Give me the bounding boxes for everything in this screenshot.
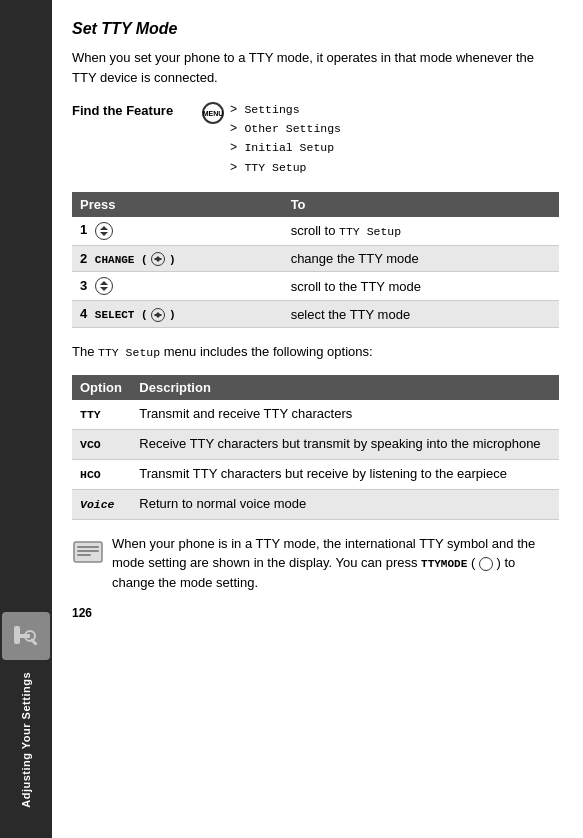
option-cell-hco: HCO [72, 460, 131, 490]
to-cell-1: scroll to TTY Setup [283, 217, 559, 246]
sidebar: Adjusting Your Settings [0, 0, 52, 838]
table-row: 1 scroll to TTY Setup [72, 217, 559, 246]
nav-path: > Settings > Other Settings > Initial Se… [230, 101, 341, 178]
option-cell-tty: TTY [72, 400, 131, 429]
page-number: 126 [72, 606, 559, 620]
nav-line-1: > Settings [230, 101, 341, 120]
table-row: TTY Transmit and receive TTY characters [72, 400, 559, 429]
nav-line-3: > Initial Setup [230, 139, 341, 158]
note-text: When your phone is in a TTY mode, the in… [112, 534, 559, 593]
press-cell-2: 2 CHANGE ( ) [72, 245, 283, 272]
press-cell-3: 3 [72, 272, 283, 301]
to-cell-4: select the TTY mode [283, 301, 559, 328]
svg-rect-1 [16, 634, 30, 638]
option-cell-vco: VCO [72, 430, 131, 460]
page-title: Set TTY Mode [72, 20, 559, 38]
table-row: 4 SELECT ( ) select the TTY mode [72, 301, 559, 328]
svg-rect-7 [77, 554, 91, 556]
phone-icon-small [479, 557, 493, 571]
note-section: When your phone is in a TTY mode, the in… [72, 534, 559, 593]
main-content: Set TTY Mode When you set your phone to … [52, 0, 583, 838]
to-cell-2: change the TTY mode [283, 245, 559, 272]
find-feature-label: Find the Feature [72, 101, 202, 118]
scroll-icon-1 [95, 222, 113, 240]
menu-icon: MENU [202, 102, 224, 124]
nav-line-2: > Other Settings [230, 120, 341, 139]
scroll-icon-3 [95, 277, 113, 295]
svg-rect-6 [77, 550, 99, 552]
table-row: Voice Return to normal voice mode [72, 489, 559, 519]
option-header: Option [72, 375, 131, 400]
table-row: VCO Receive TTY characters but transmit … [72, 430, 559, 460]
press-header: Press [72, 192, 283, 217]
scroll-icon-4 [151, 308, 165, 322]
sidebar-label: Adjusting Your Settings [20, 672, 32, 808]
table-row: 3 scroll to the TTY mode [72, 272, 559, 301]
desc-cell-tty: Transmit and receive TTY characters [131, 400, 559, 429]
table-row: HCO Transmit TTY characters but receive … [72, 460, 559, 490]
press-cell-1: 1 [72, 217, 283, 246]
after-table-text: The TTY Setup menu includes the followin… [72, 342, 559, 362]
desc-cell-vco: Receive TTY characters but transmit by s… [131, 430, 559, 460]
table-row: 2 CHANGE ( ) change the TTY mode [72, 245, 559, 272]
settings-icon [2, 612, 50, 660]
note-icon [72, 536, 104, 568]
to-cell-3: scroll to the TTY mode [283, 272, 559, 301]
option-table: Option Description TTY Transmit and rece… [72, 375, 559, 519]
desc-cell-hco: Transmit TTY characters but receive by l… [131, 460, 559, 490]
press-table: Press To 1 scroll to TTY Setup 2 [72, 192, 559, 328]
find-feature-section: Find the Feature MENU > Settings > Other… [72, 101, 559, 178]
scroll-icon-2 [151, 252, 165, 266]
option-cell-voice: Voice [72, 489, 131, 519]
svg-rect-5 [77, 546, 99, 548]
select-key: SELECT ( [95, 309, 148, 321]
change-key: CHANGE ( [95, 254, 148, 266]
nav-line-4: > TTY Setup [230, 159, 341, 178]
press-cell-4: 4 SELECT ( ) [72, 301, 283, 328]
ttymode-key: TTYMODE [421, 558, 467, 570]
feature-nav: MENU > Settings > Other Settings > Initi… [202, 101, 341, 178]
intro-text: When you set your phone to a TTY mode, i… [72, 48, 559, 87]
to-header: To [283, 192, 559, 217]
desc-cell-voice: Return to normal voice mode [131, 489, 559, 519]
description-header: Description [131, 375, 559, 400]
